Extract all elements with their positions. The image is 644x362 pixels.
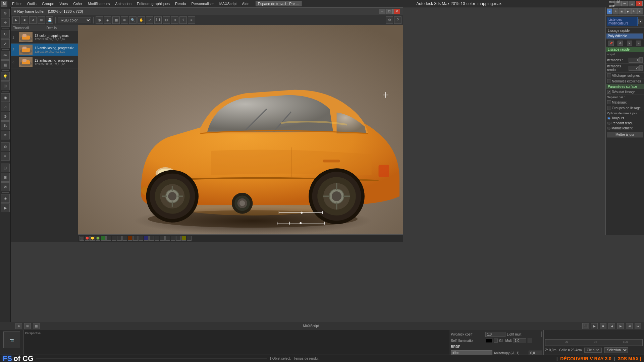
frp-display-icon[interactable]: 👁 [631, 8, 637, 14]
compound-tool-btn[interactable]: ⊛ [1, 112, 10, 121]
frp-create-icon[interactable]: ⊕ [607, 8, 612, 14]
viewport-btn-2[interactable]: ⊞ [24, 323, 31, 329]
particle-tool-btn[interactable]: ⁂ [1, 121, 10, 130]
mettre-a-jour-btn[interactable]: Mettre à jour [607, 132, 643, 137]
helper-tool-btn[interactable]: ⊞ [1, 81, 10, 90]
menu-creer[interactable]: Créer [70, 1, 85, 6]
space-warp-btn[interactable]: ≋ [1, 131, 10, 139]
iterations-rendu-input[interactable] [629, 66, 639, 71]
material-tool-btn[interactable]: ◈ [1, 194, 10, 203]
vray-layers-btn[interactable]: ≡ [188, 16, 195, 24]
close-button[interactable]: ✕ [636, 1, 643, 6]
ribbon-tool-btn[interactable]: ≡ [1, 152, 10, 161]
max-promo-text[interactable]: 3DS MAX | [618, 356, 641, 361]
pwd-input[interactable] [485, 332, 505, 337]
modifier-poly[interactable]: Poly éditable [606, 34, 643, 39]
minimize-button[interactable]: ─ [621, 1, 628, 6]
render-bottom-btn-6[interactable] [112, 236, 116, 241]
render-bottom-btn-11[interactable] [149, 236, 154, 241]
menu-vues[interactable]: Vues [57, 1, 71, 6]
vray-pan-btn[interactable]: ✋ [138, 16, 145, 24]
vray-minimize-btn[interactable]: ─ [379, 9, 385, 14]
render-bottom-green-btn[interactable] [101, 236, 106, 241]
lissage-rapide-section[interactable]: Lissage rapide [606, 47, 644, 52]
render-bottom-btn-15[interactable] [171, 236, 175, 241]
modifier-config-btn[interactable]: ⚙ [618, 41, 623, 46]
vray-info-btn[interactable]: ℹ [179, 16, 187, 24]
vray-help-btn[interactable]: ? [394, 16, 401, 24]
affichage-isolignes-check[interactable] [607, 73, 611, 77]
resultat-check[interactable]: ✓ [607, 90, 611, 94]
vray-wb-btn[interactable]: ◈ [104, 16, 111, 24]
vray-100-btn[interactable]: 1:1 [154, 16, 162, 24]
mirror-tool-btn[interactable]: ⊠ [1, 182, 10, 191]
render-bottom-btn-7[interactable] [117, 236, 122, 241]
render-bottom-icon-2[interactable]: 🔴 [85, 236, 90, 241]
vray-fit-btn[interactable]: ⤢ [146, 16, 153, 24]
selection-dropdown[interactable]: Sélection [604, 347, 628, 353]
scale-tool-btn[interactable]: ⤢ [1, 39, 10, 48]
keyframe-btn[interactable]: ⬛ [582, 323, 589, 329]
align-tool-btn[interactable]: ⊟ [1, 173, 10, 182]
vray-histo-btn[interactable]: ▦ [112, 16, 120, 24]
manuellement-radio[interactable] [607, 127, 610, 130]
render-item-2[interactable]: 2 12-antialiasing_progressiv 1280x720;0h… [11, 44, 78, 56]
menu-rendu[interactable]: Rendu [172, 1, 189, 6]
render-bottom-btn-10[interactable] [139, 236, 143, 241]
modifier-lissage[interactable]: Lissage rapide [606, 28, 643, 34]
mini-camera-view[interactable]: 📷 [3, 331, 20, 348]
light-mult-bar[interactable] [541, 331, 542, 337]
menu-personnaliser[interactable]: Personnaliser [189, 1, 216, 6]
next-frame-btn[interactable]: ▶ [617, 323, 624, 329]
color-mode-select[interactable]: RGB color [58, 17, 91, 23]
mult-spinner[interactable] [528, 338, 532, 343]
add-modifier-btn[interactable]: + [636, 41, 641, 46]
vray-reset-btn[interactable]: ↺ [29, 16, 37, 24]
menu-editer[interactable]: Editer [9, 1, 24, 6]
render-bottom-btn-5[interactable] [106, 236, 111, 241]
menu-animation[interactable]: Animation [112, 1, 134, 6]
menu-groupe[interactable]: Groupe [39, 1, 57, 6]
menu-outils[interactable]: Outils [24, 1, 39, 6]
pin-btn[interactable]: 📌 [608, 41, 614, 46]
pendant-radio[interactable] [607, 122, 610, 125]
frame-ruler[interactable]: 90 95 100 [545, 339, 643, 346]
render-bottom-btn-14[interactable] [165, 236, 170, 241]
iterations-rendu-spinner[interactable]: ▲ ▼ [639, 65, 643, 71]
vray-exposure-btn[interactable]: ◑ [96, 16, 103, 24]
vray-maximize-btn[interactable]: □ [386, 9, 393, 14]
render-bottom-icon[interactable]: ⬛ [79, 236, 84, 241]
frp-modify-icon[interactable]: ✎ [613, 8, 619, 14]
prev-frame-btn[interactable]: ◀ [608, 323, 615, 329]
vray-render-btn[interactable]: ▶ [12, 16, 20, 24]
frp-utils-icon[interactable]: ⚙ [637, 8, 643, 14]
render-item-1[interactable]: 1 13-color_mapping.max 1280x720;0h,0m,16… [11, 31, 78, 44]
stop-btn[interactable]: ■ [600, 323, 606, 329]
system-tool-btn[interactable]: ⚙ [1, 142, 10, 151]
params-surface-section[interactable]: Paramètres surface [606, 84, 644, 89]
search-box[interactable]: Tapez un mot-clé ou une expression [614, 1, 621, 6]
menu-modificateurs[interactable]: Modificateurs [85, 1, 112, 6]
groupes-check[interactable] [607, 106, 611, 110]
remove-modifier-btn[interactable]: ✕ [627, 41, 632, 46]
viewport-btn-3[interactable]: ▦ [33, 323, 40, 329]
vray-promo-text[interactable]: DÉCOUVRIR V-RAY 3.0 [560, 356, 611, 361]
render-bottom-icon-4[interactable]: 🟢 [96, 236, 100, 241]
iterations-spinner[interactable]: ▲ ▼ [639, 57, 643, 63]
render-bottom-btn-8[interactable] [122, 236, 127, 241]
toujours-radio[interactable] [607, 117, 610, 120]
snap-tool-btn[interactable]: ⊡ [1, 164, 10, 172]
workspace-label[interactable]: Espace de travail : Par ... [256, 1, 302, 6]
menu-editeurs[interactable]: Editeurs graphiques [134, 1, 172, 6]
render-bottom-btn-12[interactable] [155, 236, 159, 241]
first-frame-btn[interactable]: ⏮ [626, 323, 633, 329]
render-bottom-icon-3[interactable]: 🟡 [90, 236, 95, 241]
render-item-3[interactable]: 3 12-antialiasing_progressiv 1280x720;0h… [11, 56, 78, 68]
render-bottom-yellow-btn[interactable] [181, 236, 186, 241]
geometry-tool-btn[interactable]: ◉ [1, 93, 10, 102]
shape-tool-btn[interactable]: ⊿ [1, 103, 10, 111]
frp-motion-icon[interactable]: ▶ [625, 8, 631, 14]
render-bottom-btn-13[interactable] [160, 236, 165, 241]
render-tool-btn[interactable]: ▶ [1, 203, 10, 212]
materiaux-check[interactable] [607, 100, 611, 104]
